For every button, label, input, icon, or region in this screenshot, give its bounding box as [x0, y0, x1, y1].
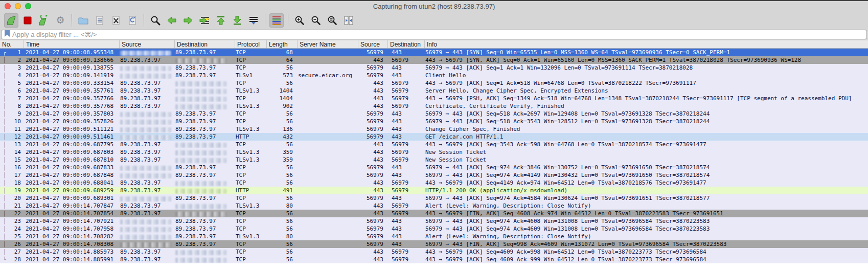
cell-info: 443 → 56979 [ACK] Seq=4609 Ack=999 Win=6…: [424, 256, 868, 263]
zoom-in-button[interactable]: [292, 13, 307, 28]
cell-server: [297, 49, 358, 56]
packet-row[interactable]: │122021-04-27 09:00:09.51146189.238.73.9…: [0, 133, 868, 141]
related-packet-mark: │: [1, 125, 8, 133]
auto-scroll-button[interactable]: [246, 13, 261, 28]
packet-row[interactable]: └282021-04-27 09:00:14.88599189.238.73.9…: [0, 256, 868, 263]
packet-row[interactable]: │162021-04-27 09:00:09.68783389.238.73.9…: [0, 164, 868, 171]
packet-row[interactable]: │82021-04-27 09:00:09.35776889.238.73.97…: [0, 102, 868, 110]
save-file-button[interactable]: [93, 13, 107, 28]
column-header-length[interactable]: Length: [266, 40, 297, 48]
column-header-no[interactable]: No.: [0, 40, 24, 48]
packet-row[interactable]: │262021-04-27 09:00:14.70830889.238.73.9…: [0, 240, 868, 248]
packet-row[interactable]: │252021-04-27 09:00:14.70828289.238.73.9…: [0, 233, 868, 240]
packet-row[interactable]: │192021-04-27 09:00:09.68925989.238.73.9…: [0, 187, 868, 194]
packet-row[interactable]: │112021-04-27 09:00:09.51112189.238.73.9…: [0, 125, 868, 133]
cell-time: 2021-04-27 09:00:08.955348: [24, 49, 119, 56]
column-header-source-port[interactable]: Source: [358, 40, 387, 48]
cell-src: [119, 233, 174, 240]
cell-src: [119, 118, 174, 125]
redacted-address: [120, 227, 171, 232]
reload-file-button[interactable]: [125, 13, 140, 28]
go-forward-button[interactable]: [181, 13, 195, 28]
cell-sport: 56979: [358, 133, 387, 141]
packet-row[interactable]: │202021-04-27 09:00:09.68930189.238.73.9…: [0, 194, 868, 202]
related-packet-mark: └: [1, 256, 8, 263]
packet-row[interactable]: │242021-04-27 09:00:14.70795889.238.73.9…: [0, 225, 868, 233]
column-header-destination-port2[interactable]: Destination: [387, 40, 424, 48]
go-to-packet-button[interactable]: [197, 13, 212, 28]
cell-sport: 56979: [358, 164, 387, 171]
packet-row[interactable]: │72021-04-27 09:00:09.35776689.238.73.97…: [0, 95, 868, 102]
cell-sport: 56979: [358, 171, 387, 179]
colorize-button[interactable]: [269, 13, 284, 28]
redacted-address: [120, 127, 171, 132]
zoom-window-button[interactable]: [25, 3, 31, 9]
redacted-address: [175, 258, 226, 263]
packet-row[interactable]: │52021-04-27 09:00:09.33315489.238.73.97…: [0, 79, 868, 87]
cell-server: [297, 233, 358, 240]
cell-dst: 89.238.73.97: [174, 225, 235, 233]
packet-row[interactable]: │212021-04-27 09:00:14.70784789.238.73.9…: [0, 202, 868, 210]
packet-row[interactable]: │132021-04-27 09:00:09.68779589.238.73.9…: [0, 141, 868, 148]
cell-sport: 56979: [358, 110, 387, 118]
close-file-button[interactable]: [109, 13, 123, 28]
packet-row[interactable]: │102021-04-27 09:00:09.35782689.238.73.9…: [0, 118, 868, 125]
title-bar: Capturing from utun2 (host 89.238.73.97): [0, 1, 868, 11]
restart-capture-button[interactable]: [37, 13, 51, 28]
cell-dst: [174, 202, 235, 210]
cell-len: 56: [266, 256, 297, 263]
cell-dport: 443: [387, 133, 424, 141]
zoom-100-button[interactable]: [325, 13, 339, 28]
cell-no: │27: [0, 248, 24, 256]
packet-row[interactable]: │142021-04-27 09:00:09.68780389.238.73.9…: [0, 148, 868, 156]
cell-dport: 56979: [387, 79, 424, 87]
cell-no: │7: [0, 95, 24, 102]
packet-row[interactable]: │22021-04-27 09:00:09.13866689.238.73.97…: [0, 56, 868, 64]
stop-capture-button[interactable]: [20, 13, 35, 28]
find-packet-button[interactable]: [148, 13, 163, 28]
resize-columns-button[interactable]: [341, 13, 356, 28]
cell-server: [297, 194, 358, 202]
column-header-destination[interactable]: Destination: [174, 40, 235, 48]
packet-row[interactable]: │172021-04-27 09:00:09.68784889.238.73.9…: [0, 171, 868, 179]
packet-row[interactable]: │92021-04-27 09:00:09.35780389.238.73.97…: [0, 110, 868, 118]
folder-icon: [78, 15, 89, 26]
packet-row[interactable]: │32021-04-27 09:00:09.13875589.238.73.97…: [0, 64, 868, 72]
capture-options-button[interactable]: ⚙: [53, 13, 67, 28]
column-header-time[interactable]: Time: [24, 40, 119, 48]
close-window-button[interactable]: [5, 3, 11, 9]
open-file-button[interactable]: [76, 13, 90, 28]
cell-proto: TLSv1.3: [235, 102, 266, 110]
packet-row[interactable]: │62021-04-27 09:00:09.35776189.238.73.97…: [0, 87, 868, 95]
cell-no: │19: [0, 187, 24, 194]
packet-row[interactable]: │42021-04-27 09:00:09.14191989.238.73.97…: [0, 72, 868, 79]
go-to-last-button[interactable]: [230, 13, 244, 28]
zoom-out-button[interactable]: [309, 13, 323, 28]
packet-row[interactable]: │152021-04-27 09:00:09.68781089.238.73.9…: [0, 156, 868, 164]
start-capture-button[interactable]: [4, 13, 18, 28]
related-packet-mark: │: [1, 187, 8, 194]
display-filter-input[interactable]: [12, 31, 864, 38]
column-header-server-name[interactable]: Server Name: [297, 40, 358, 48]
go-back-button[interactable]: [165, 13, 179, 28]
cell-sport: 443: [358, 148, 387, 156]
column-header-source[interactable]: Source: [119, 40, 174, 48]
cell-info: 443 → 56979 [ACK] Seq=1 Ack=518 Win=6476…: [424, 79, 868, 87]
redacted-address: [175, 58, 226, 63]
packet-row[interactable]: │182021-04-27 09:00:09.68804189.238.73.9…: [0, 179, 868, 187]
related-packet-mark: │: [1, 141, 8, 148]
packet-row[interactable]: │232021-04-27 09:00:14.70792189.238.73.9…: [0, 217, 868, 225]
packet-row[interactable]: ┌12021-04-27 09:00:08.95534889.238.73.97…: [0, 49, 868, 56]
cell-src: 89.238.73.97: [119, 87, 174, 95]
column-header-protocol[interactable]: Protocol: [235, 40, 266, 48]
column-header-info[interactable]: Info: [424, 40, 868, 48]
cell-sport: 56979: [358, 49, 387, 56]
go-to-first-button[interactable]: [214, 13, 228, 28]
minimize-window-button[interactable]: [15, 3, 21, 9]
packet-row[interactable]: │222021-04-27 09:00:14.70785489.238.73.9…: [0, 210, 868, 217]
cell-time: 2021-04-27 09:00:09.688041: [24, 179, 119, 187]
cell-src: [119, 49, 174, 56]
display-filter-field[interactable]: [1, 30, 867, 39]
bookmark-icon[interactable]: [4, 30, 10, 39]
packet-row[interactable]: │272021-04-27 09:00:14.88597389.238.73.9…: [0, 248, 868, 256]
